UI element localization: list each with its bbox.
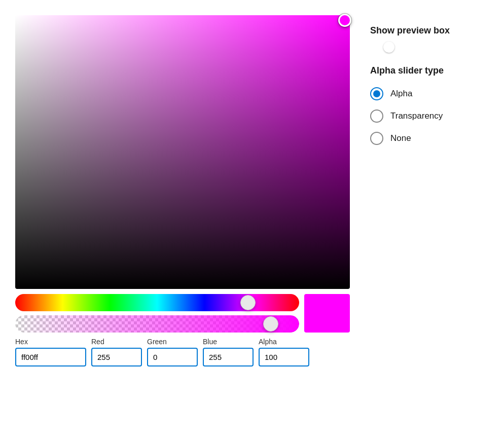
alpha-input-group: Alpha — [259, 338, 309, 366]
red-label: Red — [91, 338, 142, 346]
red-input[interactable] — [91, 348, 142, 366]
sliders-column — [15, 294, 299, 333]
right-panel: Show preview box Alpha slider type Alpha… — [370, 15, 492, 148]
color-picker-thumb[interactable] — [338, 14, 351, 27]
sliders-row — [15, 294, 350, 333]
radio-option-alpha[interactable]: Alpha — [370, 84, 492, 103]
radio-option-transparency[interactable]: Transparency — [370, 106, 492, 126]
hex-input[interactable] — [15, 348, 86, 366]
alpha-type-label: Alpha slider type — [370, 65, 492, 76]
alpha-slider-container[interactable] — [15, 315, 299, 333]
color-gradient — [15, 15, 350, 289]
hue-thumb[interactable] — [240, 295, 256, 310]
blue-input[interactable] — [203, 348, 254, 366]
green-input-group: Green — [147, 338, 198, 366]
green-input[interactable] — [147, 348, 198, 366]
preview-box-row: Show preview box — [370, 25, 492, 36]
radio-option-none[interactable]: None — [370, 129, 492, 148]
hex-label: Hex — [15, 338, 86, 346]
green-label: Green — [147, 338, 198, 346]
radio-label-alpha: Alpha — [390, 89, 412, 99]
red-input-group: Red — [91, 338, 142, 366]
hue-slider-container[interactable] — [15, 294, 299, 311]
color-picker-container: Hex Red Green Blue Alpha Show — [15, 15, 492, 366]
color-gradient-area[interactable] — [15, 15, 350, 289]
blue-input-group: Blue — [203, 338, 254, 366]
preview-box-label: Show preview box — [370, 25, 450, 36]
alpha-gradient — [15, 315, 299, 333]
radio-circle-none — [370, 132, 383, 145]
radio-label-transparency: Transparency — [390, 111, 443, 121]
left-panel: Hex Red Green Blue Alpha — [15, 15, 350, 366]
hex-input-group: Hex — [15, 338, 86, 366]
alpha-track-wrapper — [15, 315, 299, 333]
hue-track — [15, 294, 299, 311]
alpha-input-label: Alpha — [259, 338, 309, 346]
alpha-thumb[interactable] — [263, 316, 278, 332]
radio-dot-alpha — [373, 90, 380, 97]
color-preview-box — [304, 294, 350, 333]
radio-circle-transparency — [370, 109, 383, 123]
alpha-input[interactable] — [259, 348, 309, 366]
blue-label: Blue — [203, 338, 254, 346]
radio-label-none: None — [390, 133, 411, 143]
radio-circle-alpha — [370, 87, 383, 100]
toggle-row — [370, 46, 492, 55]
alpha-type-section: Alpha slider type Alpha Transparency Non… — [370, 65, 492, 148]
inputs-row: Hex Red Green Blue Alpha — [15, 338, 350, 366]
